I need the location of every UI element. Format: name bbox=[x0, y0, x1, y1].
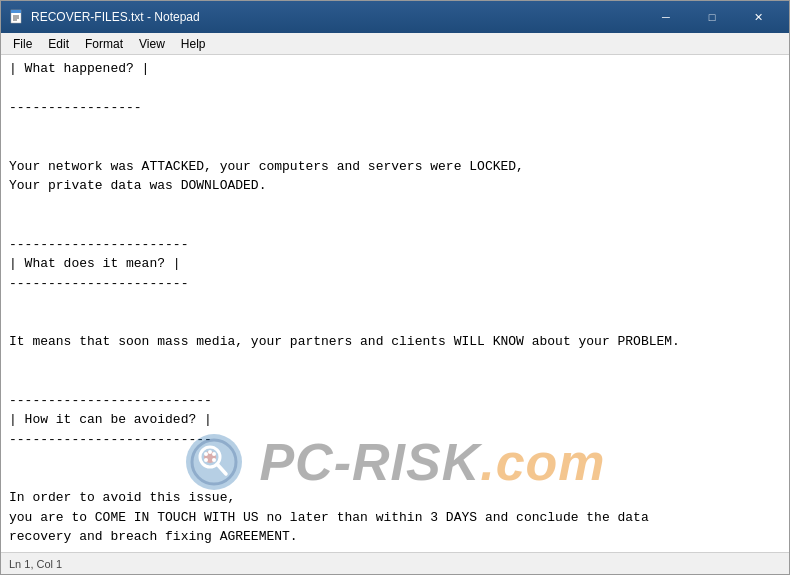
title-bar: RECOVER-FILES.txt - Notepad ─ □ ✕ bbox=[1, 1, 789, 33]
close-button[interactable]: ✕ bbox=[735, 1, 781, 33]
window-title: RECOVER-FILES.txt - Notepad bbox=[31, 10, 643, 24]
menu-bar: File Edit Format View Help bbox=[1, 33, 789, 55]
menu-edit[interactable]: Edit bbox=[40, 35, 77, 53]
window-controls: ─ □ ✕ bbox=[643, 1, 781, 33]
maximize-button[interactable]: □ bbox=[689, 1, 735, 33]
notepad-window: RECOVER-FILES.txt - Notepad ─ □ ✕ File E… bbox=[0, 0, 790, 575]
menu-view[interactable]: View bbox=[131, 35, 173, 53]
cursor-position: Ln 1, Col 1 bbox=[9, 558, 62, 570]
minimize-button[interactable]: ─ bbox=[643, 1, 689, 33]
menu-help[interactable]: Help bbox=[173, 35, 214, 53]
app-icon bbox=[9, 9, 25, 25]
menu-format[interactable]: Format bbox=[77, 35, 131, 53]
text-editor[interactable]: | What happened? | ----------------- You… bbox=[1, 55, 789, 552]
menu-file[interactable]: File bbox=[5, 35, 40, 53]
text-container: | What happened? | ----------------- You… bbox=[1, 55, 789, 552]
status-bar: Ln 1, Col 1 bbox=[1, 552, 789, 574]
svg-rect-1 bbox=[11, 10, 21, 13]
